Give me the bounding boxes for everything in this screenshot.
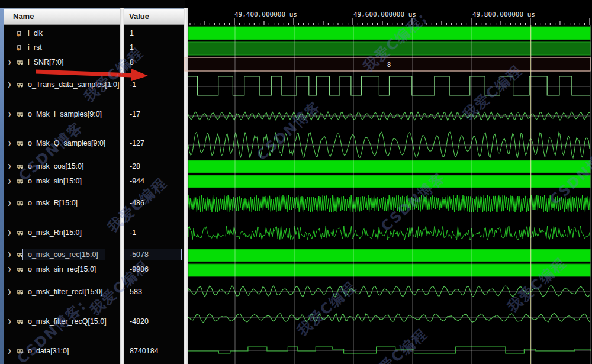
wave-o_msk_R — [188, 195, 590, 212]
wave-i_clk — [188, 27, 590, 40]
bus-value-label: 8 — [387, 61, 391, 68]
annotation-arrow — [36, 69, 148, 81]
wave-o_msk_cos — [188, 160, 590, 173]
ruler-time-label: 49,800.000000 us — [472, 11, 535, 18]
wave-i_rst — [188, 42, 590, 55]
wave-o_msk_sin_rec — [188, 264, 590, 276]
wave-o_msk_cos_rec — [188, 249, 590, 262]
wave-o_Trans_data_samples — [188, 76, 590, 95]
wave-o_msk_Rn — [188, 226, 590, 240]
wave-o_msk_sin — [188, 175, 590, 188]
waveform-viewer-window: Name Value i_clk1i_rst1❯i_SNR[7:0]8❯o_Tr… — [0, 0, 592, 364]
ruler-time-label: 49,400.000000 us — [234, 11, 297, 18]
waveform-display[interactable]: 49,400.000000 us49,600.000000 us49,800.0… — [0, 0, 592, 364]
ruler-time-label: 49,600.000000 us — [353, 11, 416, 18]
